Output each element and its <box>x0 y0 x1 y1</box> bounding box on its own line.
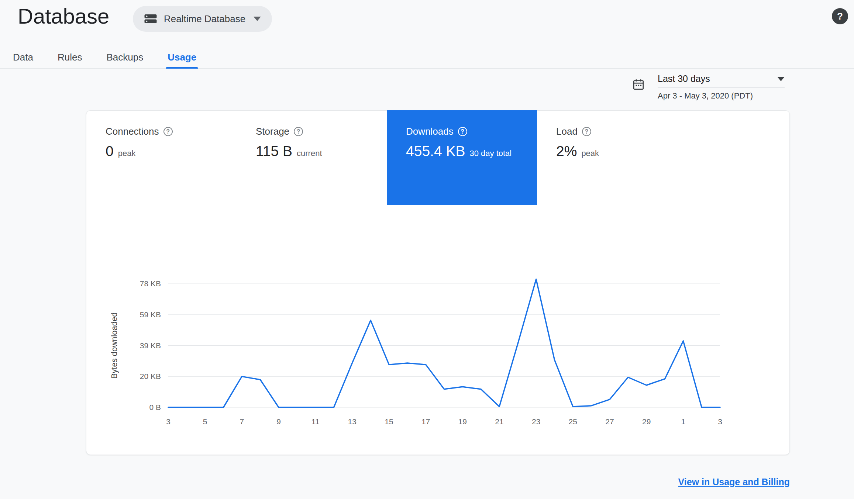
x-tick-label: 1 <box>681 417 685 426</box>
x-tick-label: 23 <box>532 417 540 426</box>
date-range-dropdown[interactable]: Last 30 days <box>658 73 785 88</box>
active-tab-indicator <box>166 67 198 69</box>
date-range-detail: Apr 3 - May 3, 2020 (PDT) <box>658 91 785 101</box>
storage-unit: current <box>297 149 322 158</box>
y-tick-label: 39 KB <box>140 341 161 350</box>
x-tick-label: 19 <box>458 417 467 426</box>
view-usage-billing-link[interactable]: View in Usage and Billing <box>678 477 790 487</box>
metric-tile-load[interactable]: Load ? 2% peak <box>537 110 687 205</box>
x-tick-label: 7 <box>240 417 244 426</box>
load-unit: peak <box>581 149 599 158</box>
x-tick-label: 3 <box>718 417 722 426</box>
x-tick-label: 5 <box>203 417 207 426</box>
tab-rules[interactable]: Rules <box>58 46 82 68</box>
tab-backups[interactable]: Backups <box>106 46 143 68</box>
load-label: Load <box>556 126 578 137</box>
calendar-icon <box>632 78 645 91</box>
x-tick-label: 11 <box>311 417 320 426</box>
x-tick-label: 25 <box>569 417 577 426</box>
y-axis-title: Bytes downloaded <box>110 313 119 379</box>
connections-unit: peak <box>118 149 136 158</box>
downloads-label: Downloads <box>406 126 454 137</box>
help-icon[interactable]: ? <box>294 127 303 136</box>
x-tick-label: 9 <box>276 417 281 426</box>
tab-backups-label: Backups <box>106 52 143 63</box>
x-tick-label: 17 <box>421 417 430 426</box>
bottom-strip <box>0 499 854 504</box>
x-tick-label: 3 <box>166 417 171 426</box>
tab-usage[interactable]: Usage <box>168 46 196 68</box>
y-tick-label: 78 KB <box>140 279 161 288</box>
tab-rules-label: Rules <box>58 52 82 63</box>
metric-tile-storage[interactable]: Storage ? 115 B current <box>237 110 387 205</box>
downloads-value: 455.4 KB <box>406 143 465 159</box>
metric-tile-downloads[interactable]: Downloads ? 455.4 KB 30 day total <box>387 110 537 205</box>
chevron-down-icon <box>777 77 785 81</box>
x-tick-label: 13 <box>348 417 357 426</box>
storage-value: 115 B <box>256 143 292 159</box>
help-icon[interactable]: ? <box>582 127 591 136</box>
load-value: 2% <box>556 143 577 159</box>
y-tick-label: 20 KB <box>140 372 161 380</box>
connections-label: Connections <box>106 126 159 137</box>
database-selector-label: Realtime Database <box>164 13 245 25</box>
usage-card: 0 B20 KB39 KB59 KB78 KB35791113151719212… <box>86 110 790 455</box>
database-icon <box>144 13 157 25</box>
downloads-unit: 30 day total <box>469 149 512 158</box>
metric-tile-connections[interactable]: Connections ? 0 peak <box>86 110 237 205</box>
x-tick-label: 29 <box>642 417 651 426</box>
x-tick-label: 21 <box>495 417 503 426</box>
help-icon[interactable]: ? <box>458 127 467 136</box>
page-title: Database <box>18 4 109 28</box>
tab-usage-label: Usage <box>168 52 196 63</box>
x-tick-label: 27 <box>605 417 614 426</box>
y-tick-label: 0 B <box>149 403 161 411</box>
database-selector-dropdown[interactable]: Realtime Database <box>133 6 272 32</box>
connections-value: 0 <box>106 143 114 159</box>
date-range-selected: Last 30 days <box>658 73 710 84</box>
tab-data-label: Data <box>13 52 33 63</box>
help-icon[interactable]: ? <box>163 127 173 136</box>
downloads-series-line <box>168 279 720 407</box>
x-tick-label: 15 <box>385 417 393 426</box>
storage-label: Storage <box>256 126 289 137</box>
metric-tiles: Connections ? 0 peak Storage ? 115 B cur… <box>86 110 687 205</box>
help-icon[interactable]: ? <box>832 8 848 24</box>
realtime-database-usage-page: Database Realtime Database ? Data Rules … <box>0 0 854 504</box>
y-tick-label: 59 KB <box>140 310 161 319</box>
chevron-down-icon <box>254 17 261 21</box>
tab-bar: Data Rules Backups Usage <box>0 46 854 69</box>
tab-data[interactable]: Data <box>13 46 33 68</box>
footer: View in Usage and Billing <box>86 477 790 487</box>
date-range-selector: Last 30 days Apr 3 - May 3, 2020 (PDT) <box>632 73 785 101</box>
